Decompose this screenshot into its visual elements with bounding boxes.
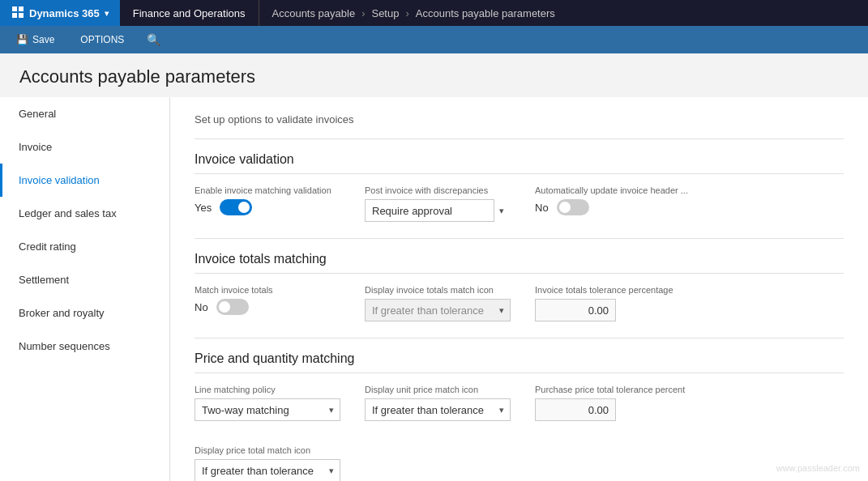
main-content: Set up options to validate invoices Invo…	[170, 97, 868, 481]
match-totals-toggle-container: No	[195, 299, 340, 315]
match-totals-value: No	[195, 301, 208, 313]
toggle-track[interactable]	[220, 199, 252, 215]
sidebar-item-settlement[interactable]: Settlement	[0, 263, 169, 296]
svg-rect-3	[19, 13, 24, 18]
enable-matching-toggle[interactable]	[220, 199, 252, 215]
line-matching-policy-label: Line matching policy	[195, 385, 340, 394]
toggle-thumb	[238, 202, 250, 213]
save-label: Save	[32, 34, 54, 45]
match-totals-toggle[interactable]	[216, 299, 249, 315]
auto-update-value: No	[535, 202, 549, 214]
sidebar-item-invoice[interactable]: Invoice	[0, 130, 169, 164]
display-price-total-icon-select[interactable]: If greater than tolerance Always Never	[195, 459, 340, 481]
sidebar-item-credit-rating[interactable]: Credit rating	[0, 230, 169, 263]
section-description: Set up options to validate invoices	[195, 113, 844, 126]
invoice-totals-title: Invoice totals matching	[195, 252, 844, 274]
display-unit-price-icon-group: Display unit price match icon If greater…	[365, 385, 511, 421]
svg-rect-0	[12, 6, 17, 11]
auto-update-toggle-track[interactable]	[557, 199, 589, 215]
line-matching-policy-group: Line matching policy Two-way matching Th…	[195, 385, 340, 421]
svg-rect-2	[12, 13, 17, 18]
display-unit-price-icon-label: Display unit price match icon	[365, 385, 511, 394]
enable-matching-toggle-container: Yes	[195, 199, 340, 215]
invoice-totals-row: Match invoice totals No Display invoice …	[195, 285, 844, 321]
sidebar-item-number-sequences[interactable]: Number sequences	[0, 330, 169, 363]
tolerance-pct-group: Invoice totals tolerance percentage	[535, 285, 681, 321]
auto-update-label: Automatically update invoice header ...	[535, 185, 688, 195]
display-match-icon-label: Display invoice totals match icon	[365, 285, 511, 295]
breadcrumb-sep-2: ›	[405, 7, 408, 19]
line-matching-policy-select[interactable]: Two-way matching Three-way matching Not …	[195, 398, 340, 421]
display-match-icon-select[interactable]: If greater than tolerance Always Never	[365, 299, 511, 321]
price-quantity-section: Price and quantity matching Line matchin…	[195, 351, 844, 481]
auto-update-group: Automatically update invoice header ... …	[535, 185, 688, 215]
sidebar-item-ledger-sales-tax[interactable]: Ledger and sales tax	[0, 197, 169, 230]
page-body: General Invoice Invoice validation Ledge…	[0, 97, 868, 481]
purchase-price-tol-pct-label: Purchase price total tolerance percent	[535, 385, 685, 394]
breadcrumb-sep-1: ›	[361, 7, 365, 19]
enable-matching-value: Yes	[195, 202, 212, 214]
breadcrumb-item-3: Accounts payable parameters	[416, 7, 555, 19]
display-match-icon-group: Display invoice totals match icon If gre…	[365, 285, 511, 321]
options-button[interactable]: OPTIONS	[74, 31, 130, 49]
page-title: Accounts payable parameters	[19, 66, 849, 87]
invoice-validation-section: Invoice validation Enable invoice matchi…	[195, 152, 844, 222]
price-quantity-title: Price and quantity matching	[195, 351, 844, 373]
enable-matching-label: Enable invoice matching validation	[195, 185, 340, 195]
sidebar-item-general[interactable]: General	[0, 97, 169, 130]
invoice-validation-title: Invoice validation	[195, 152, 844, 174]
breadcrumb: Accounts payable › Setup › Accounts paya…	[259, 7, 568, 19]
invoice-validation-row: Enable invoice matching validation Yes P…	[195, 185, 844, 222]
match-totals-label: Match invoice totals	[195, 285, 340, 295]
display-match-icon-wrapper: If greater than tolerance Always Never	[365, 299, 511, 321]
brand-chevron: ▾	[105, 9, 109, 18]
match-totals-toggle-thumb	[219, 301, 230, 313]
invoice-totals-section: Invoice totals matching Match invoice to…	[195, 252, 844, 321]
action-bar: 💾 Save OPTIONS 🔍	[0, 26, 868, 53]
post-invoice-group: Post invoice with discrepancies Require …	[365, 185, 511, 222]
auto-update-toggle-container: No	[535, 199, 688, 215]
sidebar-item-invoice-validation[interactable]: Invoice validation	[0, 164, 169, 197]
post-invoice-label: Post invoice with discrepancies	[365, 185, 511, 195]
top-nav: Dynamics 365 ▾ Finance and Operations Ac…	[0, 0, 868, 26]
post-invoice-select[interactable]: Require approval Allow with warning Not …	[365, 199, 494, 222]
brand-label: Dynamics 365	[29, 7, 100, 19]
module-label: Finance and Operations	[120, 0, 259, 26]
tolerance-pct-input[interactable]	[535, 299, 616, 321]
search-icon[interactable]: 🔍	[147, 33, 160, 46]
line-matching-policy-wrapper: Two-way matching Three-way matching Not …	[195, 398, 340, 421]
svg-rect-1	[19, 6, 24, 11]
sidebar-item-broker-royalty[interactable]: Broker and royalty	[0, 296, 169, 330]
dynamics-logo	[11, 6, 24, 21]
purchase-price-tol-pct-input[interactable]	[535, 398, 616, 421]
price-quantity-row1: Line matching policy Two-way matching Th…	[195, 385, 844, 481]
breadcrumb-item-1[interactable]: Accounts payable	[272, 7, 356, 19]
display-price-total-icon-wrapper: If greater than tolerance Always Never	[195, 459, 340, 481]
enable-matching-group: Enable invoice matching validation Yes	[195, 185, 340, 215]
display-price-total-icon-label: Display price total match icon	[195, 445, 340, 455]
save-button[interactable]: 💾 Save	[10, 31, 61, 49]
breadcrumb-item-2[interactable]: Setup	[371, 7, 399, 19]
sidebar: General Invoice Invoice validation Ledge…	[0, 97, 170, 481]
display-unit-price-icon-wrapper: If greater than tolerance Always Never	[365, 398, 511, 421]
page-title-bar: Accounts payable parameters	[0, 53, 868, 97]
tolerance-pct-label: Invoice totals tolerance percentage	[535, 285, 681, 295]
save-icon: 💾	[16, 34, 28, 45]
display-price-total-icon-group: Display price total match icon If greate…	[195, 445, 340, 481]
display-unit-price-icon-select[interactable]: If greater than tolerance Always Never	[365, 398, 511, 421]
auto-update-toggle-thumb	[559, 202, 571, 213]
match-totals-group: Match invoice totals No	[195, 285, 340, 315]
auto-update-toggle[interactable]	[557, 199, 589, 215]
purchase-price-tol-pct-group: Purchase price total tolerance percent	[535, 385, 685, 421]
post-invoice-select-wrapper: Require approval Allow with warning Not …	[365, 199, 511, 222]
match-totals-toggle-track[interactable]	[216, 299, 249, 315]
dynamics-brand[interactable]: Dynamics 365 ▾	[0, 0, 120, 26]
